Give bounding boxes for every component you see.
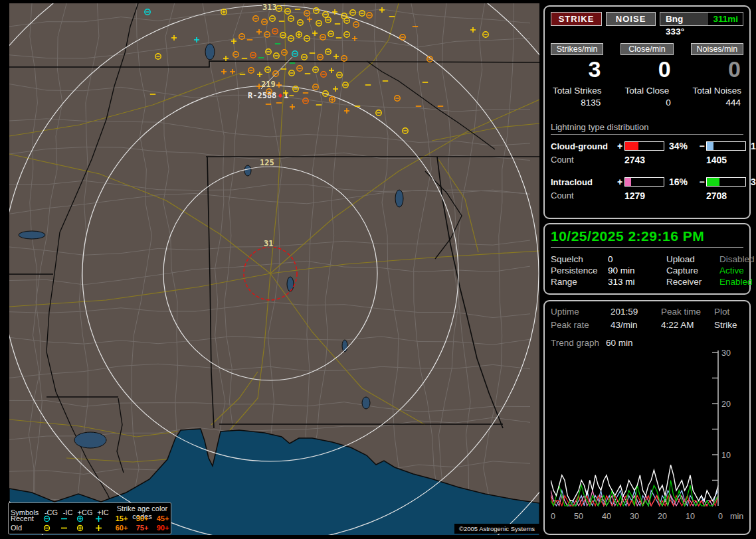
age-code-75: 75+ xyxy=(132,524,153,532)
status-grid: Uptime 201:59 Peak time Plot Peak rate 4… xyxy=(551,307,743,330)
cgp-symbol-icon xyxy=(76,515,84,522)
svg-text:10: 10 xyxy=(686,512,695,521)
pos-count: 1279 xyxy=(624,191,667,201)
setting-value: Active xyxy=(719,266,755,275)
selected-strike-label: R-25881− xyxy=(248,91,294,100)
icp-symbol-icon xyxy=(94,524,103,532)
distribution-title: Lightning type distribution xyxy=(551,122,743,135)
svg-text:313: 313 xyxy=(262,3,277,12)
settings-panel: 10/25/2025 2:29:16 PM Squelch0UploadDisa… xyxy=(543,223,751,295)
legend-row-label: Old xyxy=(11,524,43,532)
age-code-60: 60+ xyxy=(112,524,132,532)
rate-value: 0 xyxy=(691,56,743,82)
setting-label: Capture xyxy=(666,266,719,275)
total-label: Total Strikes xyxy=(551,86,603,96)
bearing-readout: Bng 333° 311mi xyxy=(660,12,743,26)
setting-label: Squelch xyxy=(551,254,608,264)
noise-mode-button[interactable]: NOISE xyxy=(606,12,656,26)
stat-button-strikes-min[interactable]: Strikes/min xyxy=(551,43,603,55)
stats-panel: STRIKE NOISE Bng 333° 311mi Strikes/min3… xyxy=(543,5,751,219)
age-code-15: 15+ xyxy=(112,514,132,522)
setting-value: 313 mi xyxy=(608,277,666,287)
svg-text:0: 0 xyxy=(718,512,723,521)
rate-counters: Strikes/min3Total Strikes8135Close/min0T… xyxy=(551,43,743,108)
plot-label: Plot xyxy=(714,307,743,317)
peaktime-value: 4:22 AM xyxy=(661,320,714,330)
stat-column-2: Noises/min0Total Noises444 xyxy=(691,43,743,108)
total-value: 0 xyxy=(620,98,673,108)
setting-label: Range xyxy=(551,277,608,287)
setting-label: Upload xyxy=(666,254,719,264)
peaktime-label: Peak time xyxy=(661,307,714,317)
total-value: 8135 xyxy=(551,98,603,108)
total-label: Total Close xyxy=(620,86,673,96)
trend-graph-label: Trend graph xyxy=(551,338,599,348)
status-trend-panel: Uptime 201:59 Peak time Plot Peak rate 4… xyxy=(543,300,751,535)
setting-value: 90 min xyxy=(608,266,666,275)
settings-grid: Squelch0UploadDisabledPersistence90 minC… xyxy=(551,254,743,287)
age-code-45: 45+ xyxy=(153,514,173,522)
setting-value: Disabled xyxy=(719,254,755,264)
svg-text:10: 10 xyxy=(721,451,731,460)
svg-text:31: 31 xyxy=(264,239,273,248)
setting-value: Enabled xyxy=(719,277,755,287)
age-code-30: 30+ xyxy=(132,514,153,522)
dist-row-label: Cloud-ground xyxy=(551,141,615,151)
svg-text:40: 40 xyxy=(602,512,611,521)
total-label: Total Noises xyxy=(691,86,743,96)
svg-text:125: 125 xyxy=(260,158,274,167)
peakrate-label: Peak rate xyxy=(551,320,611,330)
neg-count: 2708 xyxy=(706,191,749,201)
datetime-display: 10/25/2025 2:29:16 PM xyxy=(551,228,743,248)
svg-text:R-2588: R-2588 xyxy=(248,91,276,100)
dist-row-label: Intracloud xyxy=(551,177,615,187)
strike-mode-button[interactable]: STRIKE xyxy=(551,12,602,26)
copyright-text: ©2005 Astrogenic Systems xyxy=(454,524,539,534)
uptime-value: 201:59 xyxy=(611,307,661,317)
pos-bar xyxy=(624,141,664,151)
neg-bar xyxy=(706,177,746,187)
uptime-label: Uptime xyxy=(551,307,611,317)
trend-graph-canvas: 1020306050403020100min xyxy=(551,349,747,524)
svg-text:50: 50 xyxy=(574,512,583,521)
svg-text:min: min xyxy=(730,512,743,521)
pos-bar xyxy=(624,177,664,187)
stat-button-noises-min[interactable]: Noises/min xyxy=(691,43,743,55)
svg-text:−: − xyxy=(289,91,294,100)
svg-text:219: 219 xyxy=(261,80,276,89)
icn-symbol-icon xyxy=(60,515,68,522)
svg-text:60: 60 xyxy=(551,512,555,521)
rate-value: 3 xyxy=(551,56,603,82)
bearing-distance: 311mi xyxy=(708,13,743,25)
svg-text:30: 30 xyxy=(630,512,639,521)
distribution-table: Cloud-ground+34%−17%Count27431405Intracl… xyxy=(551,141,743,203)
stat-button-close-min[interactable]: Close/min xyxy=(620,43,673,55)
stat-column-1: Close/min0Total Close0 xyxy=(620,43,673,108)
icn-symbol-icon xyxy=(60,524,68,532)
cgn-symbol-icon xyxy=(43,524,51,532)
icp-symbol-icon xyxy=(94,515,103,522)
stat-column-0: Strikes/min3Total Strikes8135 xyxy=(551,43,603,108)
neg-bar xyxy=(706,141,746,151)
svg-text:20: 20 xyxy=(721,400,731,409)
legend-row-label: Recent xyxy=(11,514,43,522)
plot-value: Strike xyxy=(714,320,743,330)
map-legend: Symbols-CG-IC+CG+ICStrike age color code… xyxy=(8,502,171,534)
pos-count: 2743 xyxy=(624,155,667,165)
cgp-symbol-icon xyxy=(76,524,84,532)
setting-label: Persistence xyxy=(551,266,608,275)
neg-count: 1405 xyxy=(706,155,749,165)
trend-window-value: 60 min xyxy=(606,338,633,348)
bearing-value: Bng 333° xyxy=(660,13,708,25)
total-value: 444 xyxy=(691,98,743,108)
strike-map-canvas[interactable]: 31125219313R-25881− xyxy=(9,3,539,535)
app-window: 31125219313R-25881− Symbols-CG-IC+CG+ICS… xyxy=(0,0,756,539)
svg-text:30: 30 xyxy=(721,349,731,358)
peakrate-value: 43/min xyxy=(611,320,661,330)
cgn-symbol-icon xyxy=(43,515,51,522)
setting-value: 0 xyxy=(608,254,666,264)
age-code-90: 90+ xyxy=(153,524,173,532)
rate-value: 0 xyxy=(620,56,673,82)
setting-label: Receiver xyxy=(666,277,719,287)
svg-text:20: 20 xyxy=(658,512,667,521)
